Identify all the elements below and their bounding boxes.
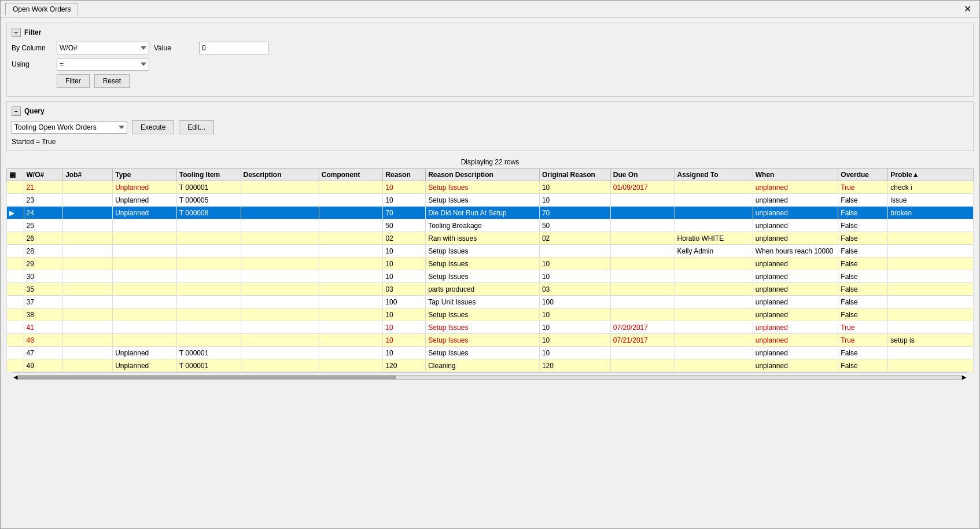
cell-tooling: T 000008 <box>176 207 241 219</box>
execute-button[interactable]: Execute <box>132 120 174 134</box>
cell-job <box>63 334 113 347</box>
cell-when: unplanned <box>753 194 838 207</box>
table-row[interactable]: 2810Setup IssuesKelly AdminWhen hours re… <box>7 245 974 258</box>
cell-type <box>113 270 177 283</box>
cell-orig-reason: 70 <box>539 207 610 219</box>
cell-job <box>63 270 113 283</box>
th-reason-desc[interactable]: Reason Description <box>426 169 540 181</box>
cell-tooling <box>176 232 241 245</box>
th-orig-reason[interactable]: Original Reason <box>539 169 610 181</box>
cell-due <box>610 207 675 219</box>
cell-overdue: False <box>838 258 888 270</box>
cell-problem <box>888 321 974 334</box>
using-label: Using <box>12 60 52 68</box>
cell-assigned <box>675 321 753 334</box>
cell-problem: setup is <box>888 334 974 347</box>
table-row[interactable]: 23UnplannedT 00000510Setup Issues10unpla… <box>7 194 974 207</box>
scroll-left-btn[interactable]: ◀ <box>13 374 18 380</box>
cell-reason: 10 <box>383 334 426 347</box>
th-reason[interactable]: Reason <box>383 169 426 181</box>
cell-tooling: T 000001 <box>176 347 241 359</box>
cell-orig-reason: 50 <box>539 219 610 232</box>
table-row[interactable]: 4610Setup Issues1007/21/2017unplannedTru… <box>7 334 974 347</box>
table-row[interactable]: 2910Setup Issues10unplannedFalse <box>7 258 974 270</box>
th-assigned[interactable]: Assigned To <box>675 169 753 181</box>
table-row[interactable]: 21UnplannedT 00000110Setup Issues1001/09… <box>7 181 974 194</box>
cell-job <box>63 359 113 372</box>
by-column-select[interactable]: W/O# Job# Type Tooling Item Description <box>57 42 149 54</box>
cell-wo: 28 <box>24 245 63 258</box>
scroll-track[interactable] <box>18 375 962 380</box>
table-row[interactable]: 2602Ran with issues02Horatio WHITEunplan… <box>7 232 974 245</box>
cell-when: unplanned <box>753 283 838 296</box>
cell-when: unplanned <box>753 334 838 347</box>
main-window: Open Work Orders ✕ − Filter By Column W/… <box>0 0 980 529</box>
scroll-bar-bottom[interactable]: ◀ ▶ <box>12 372 968 381</box>
cell-due <box>610 232 675 245</box>
cell-desc <box>241 232 319 245</box>
value-input[interactable]: 0 <box>199 42 268 54</box>
cell-problem <box>888 245 974 258</box>
cell-desc <box>241 181 319 194</box>
using-select[interactable]: = < > <= >= != <box>57 58 149 71</box>
query-row: Tooling Open Work Orders All Open Work O… <box>12 120 968 134</box>
close-button[interactable]: ✕ <box>960 3 975 14</box>
scroll-right-btn[interactable]: ▶ <box>962 374 967 380</box>
cell-overdue: True <box>838 321 888 334</box>
table-row[interactable]: ▶24UnplannedT 00000870Die Did Not Run At… <box>7 207 974 219</box>
th-desc[interactable]: Description <box>241 169 319 181</box>
row-indicator <box>7 181 24 194</box>
th-overdue[interactable]: Overdue <box>838 169 888 181</box>
table-row[interactable]: 37100Tap Unit Issues100unplannedFalse <box>7 296 974 308</box>
cell-reason-desc: Setup Issues <box>426 245 540 258</box>
table-row[interactable]: 3503parts produced03unplannedFalse <box>7 283 974 296</box>
table-row[interactable]: 3810Setup Issues10unplannedFalse <box>7 308 974 321</box>
query-select[interactable]: Tooling Open Work Orders All Open Work O… <box>12 121 127 134</box>
row-indicator: ▶ <box>7 207 24 219</box>
th-component[interactable]: Component <box>319 169 383 181</box>
th-wo[interactable]: W/O# <box>24 169 63 181</box>
cell-component <box>319 334 383 347</box>
cell-overdue: False <box>838 283 888 296</box>
cell-job <box>63 258 113 270</box>
th-when[interactable]: When <box>753 169 838 181</box>
cell-reason: 10 <box>383 245 426 258</box>
row-indicator <box>7 194 24 207</box>
filter-toggle[interactable]: − <box>12 28 21 37</box>
scroll-thumb[interactable] <box>19 376 396 379</box>
cell-orig-reason: 10 <box>539 270 610 283</box>
filter-label: Filter <box>24 28 41 36</box>
cell-reason-desc: Ran with issues <box>426 232 540 245</box>
cell-tooling: T 000005 <box>176 194 241 207</box>
filter-button[interactable]: Filter <box>57 74 90 88</box>
table-body: 21UnplannedT 00000110Setup Issues1001/09… <box>7 181 974 372</box>
cell-desc <box>241 334 319 347</box>
table-row[interactable]: 3010Setup Issues10unplannedFalse <box>7 270 974 283</box>
cell-job <box>63 283 113 296</box>
cell-wo: 35 <box>24 283 63 296</box>
reset-button[interactable]: Reset <box>94 74 130 88</box>
cell-component <box>319 207 383 219</box>
cell-when: unplanned <box>753 232 838 245</box>
cell-orig-reason: 10 <box>539 258 610 270</box>
cell-due <box>610 245 675 258</box>
table-row[interactable]: 47UnplannedT 00000110Setup Issues10unpla… <box>7 347 974 359</box>
table-row[interactable]: 4110Setup Issues1007/20/2017unplannedTru… <box>7 321 974 334</box>
cell-tooling <box>176 245 241 258</box>
open-work-orders-tab[interactable]: Open Work Orders <box>5 3 78 15</box>
table-row[interactable]: 2550Tooling Breakage50unplannedFalse <box>7 219 974 232</box>
cell-wo: 37 <box>24 296 63 308</box>
th-job[interactable]: Job# <box>63 169 113 181</box>
cell-overdue: False <box>838 308 888 321</box>
th-problem[interactable]: Proble▲ <box>888 169 974 181</box>
cell-reason: 50 <box>383 219 426 232</box>
cell-component <box>319 219 383 232</box>
th-tooling[interactable]: Tooling Item <box>176 169 241 181</box>
query-toggle[interactable]: − <box>12 106 21 116</box>
th-type[interactable]: Type <box>113 169 177 181</box>
cell-reason-desc: Setup Issues <box>426 347 540 359</box>
th-due[interactable]: Due On <box>610 169 675 181</box>
filter-buttons-row: Filter Reset <box>57 74 968 88</box>
edit-button[interactable]: Edit... <box>179 120 214 134</box>
table-row[interactable]: 49UnplannedT 000001120Cleaning120unplann… <box>7 359 974 372</box>
